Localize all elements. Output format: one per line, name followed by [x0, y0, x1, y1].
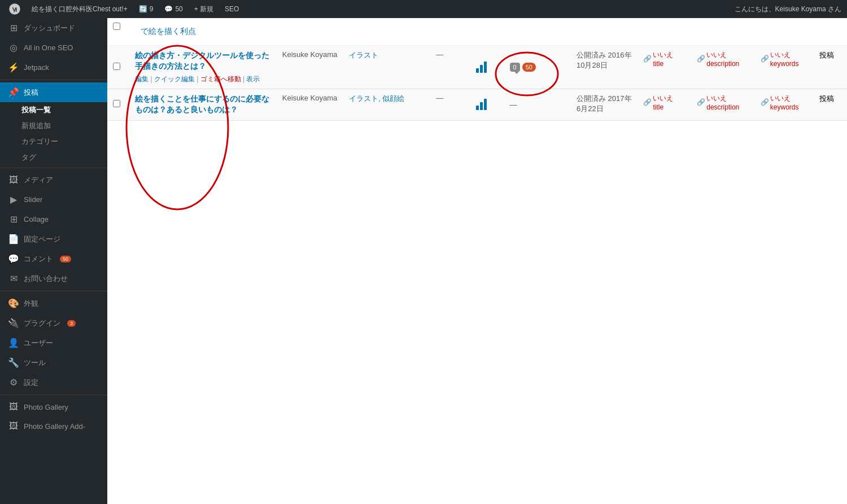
sidebar-item-tools[interactable]: 🔧 ツール	[0, 353, 107, 372]
sidebar-label-appearance: 外観	[24, 299, 38, 309]
collage-icon: ⊞	[8, 214, 19, 225]
row1-date: 公開済み 2016年10月28日	[577, 51, 632, 69]
sidebar-label-contact: お問い合わせ	[24, 274, 68, 284]
users-icon: 👤	[8, 338, 19, 348]
sidebar-item-posts[interactable]: 📌 投稿	[0, 82, 107, 102]
row2-seo-title[interactable]: 🔗 いいえ title	[643, 94, 686, 111]
sidebar-label-photo-gallery-addon: Photo Gallery Add-	[24, 422, 85, 431]
photo-gallery-icon: 🖼	[8, 402, 19, 412]
seo-title-icon: 🔗	[643, 55, 652, 63]
row2-checkbox[interactable]	[113, 100, 120, 107]
posts-table: で絵を描く利点 絵の描き方・デジタルツールを使った手描きの方法とは？	[107, 18, 847, 121]
row2-tags: —	[436, 94, 443, 102]
comments-button[interactable]: 💬 50	[161, 5, 186, 13]
row1-comment-area: 0 50	[510, 63, 536, 72]
site-name-button[interactable]: 絵を描く口腔外科医Chest out!+	[28, 5, 131, 14]
sidebar-item-contact[interactable]: ✉ お問い合わせ	[0, 269, 107, 288]
row2-category[interactable]: イラスト, 似顔絵	[349, 94, 404, 103]
row1-category[interactable]: イラスト	[349, 51, 378, 59]
row1-seo-title[interactable]: 🔗 いいえ title	[643, 50, 686, 68]
sidebar-label-comments: コメント	[24, 254, 53, 264]
updates-button[interactable]: 🔄 9	[136, 5, 157, 13]
dashboard-icon: ⊞	[8, 23, 19, 33]
row2-stats-icon[interactable]	[476, 99, 498, 110]
row2-post-title[interactable]: 絵を描くことを仕事にするのに必要なものは？あると良いものは？	[135, 94, 271, 116]
sidebar-label-seo: All in One SEO	[24, 43, 73, 52]
main-content: で絵を描く利点 絵の描き方・デジタルツールを使った手描きの方法とは？	[107, 18, 847, 504]
row1-post-type: 投稿	[819, 51, 834, 59]
sidebar-label-plugins: プラグイン	[24, 318, 60, 328]
seo-button[interactable]: SEO	[221, 5, 242, 13]
sidebar-label-media: メディア	[24, 175, 53, 185]
photo-gallery-addon-icon: 🖼	[8, 421, 19, 431]
sidebar-item-pages[interactable]: 📄 固定ページ	[0, 229, 107, 249]
comments-icon: 💬	[164, 5, 173, 13]
tools-icon: 🔧	[8, 357, 19, 368]
sidebar-item-photo-gallery[interactable]: 🖼 Photo Gallery	[0, 397, 107, 417]
settings-icon: ⚙	[8, 377, 19, 388]
admin-menu: ⊞ ダッシュボード ◎ All in One SEO ⚡ Jetpack 📌 投…	[0, 18, 107, 504]
comments-menu-icon: 💬	[8, 253, 19, 264]
row1-seo-desc[interactable]: 🔗 いいえ description	[697, 50, 749, 68]
row2-seo-desc-icon: 🔗	[697, 98, 705, 106]
submenu-tags[interactable]: タグ	[0, 150, 107, 165]
sidebar-item-users[interactable]: 👤 ユーザー	[0, 333, 107, 353]
sidebar-label-collage: Collage	[24, 215, 49, 223]
partial-row-checkbox[interactable]	[113, 23, 120, 30]
sidebar-label-posts: 投稿	[24, 87, 38, 98]
row1-stats-icon[interactable]	[476, 62, 498, 73]
sidebar-label-jetpack: Jetpack	[24, 63, 49, 72]
submenu-categories[interactable]: カテゴリー	[0, 134, 107, 150]
new-content-label: + 新規	[194, 5, 213, 14]
pages-icon: 📄	[8, 234, 19, 244]
row2-seo-kw[interactable]: 🔗 いいえ keywords	[761, 94, 808, 111]
user-greeting: こんにちは、Keisuke Koyama さん	[735, 5, 841, 14]
sidebar-item-collage[interactable]: ⊞ Collage	[0, 209, 107, 229]
submenu-all-posts[interactable]: 投稿一覧	[0, 102, 107, 118]
comments-badge: 50	[60, 256, 71, 262]
sidebar-item-slider[interactable]: ▶ Slider	[0, 190, 107, 209]
row2-seo-title-icon: 🔗	[643, 98, 652, 106]
slider-icon: ▶	[8, 194, 19, 205]
sidebar-label-tools: ツール	[24, 358, 46, 368]
table-row: 絵を描くことを仕事にするのに必要なものは？あると良いものは？ Keisuke K…	[107, 89, 847, 120]
admin-bar: 絵を描く口腔外科医Chest out!+ 🔄 9 💬 50 + 新規 SEO こ…	[0, 0, 847, 18]
row1-tags: —	[436, 50, 443, 59]
media-icon: 🖼	[8, 175, 19, 185]
sidebar-label-dashboard: ダッシュボード	[24, 23, 75, 33]
posts-icon: 📌	[8, 87, 19, 98]
sidebar-item-comments[interactable]: 💬 コメント 50	[0, 249, 107, 269]
sidebar-item-settings[interactable]: ⚙ 設定	[0, 372, 107, 392]
row1-approved-comments[interactable]: 50	[522, 63, 536, 72]
new-content-button[interactable]: + 新規	[191, 5, 217, 14]
sidebar-item-dashboard[interactable]: ⊞ ダッシュボード	[0, 18, 107, 38]
submenu-label-add-new: 新規追加	[21, 121, 51, 131]
sidebar-label-settings: 設定	[24, 378, 38, 388]
seo-desc-icon: 🔗	[697, 55, 705, 63]
row1-edit-link[interactable]: 編集	[135, 75, 149, 83]
partial-post-title-link[interactable]: で絵を描く利点	[141, 27, 196, 36]
row1-checkbox[interactable]	[113, 63, 120, 70]
sidebar-item-appearance[interactable]: 🎨 外観	[0, 293, 107, 313]
plugins-badge: 3	[67, 320, 76, 327]
sidebar-item-media[interactable]: 🖼 メディア	[0, 170, 107, 190]
sidebar-item-jetpack[interactable]: ⚡ Jetpack	[0, 58, 107, 77]
row2-seo-desc[interactable]: 🔗 いいえ description	[697, 94, 749, 111]
seo-label: SEO	[225, 5, 239, 13]
row1-trash-link[interactable]: ゴミ箱へ移動	[200, 75, 241, 83]
sidebar-item-photo-gallery-addon[interactable]: 🖼 Photo Gallery Add-	[0, 417, 107, 436]
updates-count: 9	[150, 5, 154, 13]
row1-view-link[interactable]: 表示	[246, 75, 260, 83]
partial-title: で絵を描く利点	[135, 23, 808, 41]
sidebar-item-all-in-one-seo[interactable]: ◎ All in One SEO	[0, 38, 107, 58]
sidebar-item-plugins[interactable]: 🔌 プラグイン 3	[0, 313, 107, 333]
wp-logo-button[interactable]	[6, 3, 24, 15]
row1-pending-comments[interactable]: 0	[510, 63, 520, 72]
row1-seo-kw[interactable]: 🔗 いいえ keywords	[761, 50, 808, 68]
row2-date: 公開済み 2017年6月22日	[577, 94, 632, 113]
row1-quick-edit-link[interactable]: クイック編集	[154, 75, 195, 83]
submenu-label-all-posts: 投稿一覧	[21, 105, 51, 115]
updates-icon: 🔄	[139, 5, 147, 13]
row1-post-title[interactable]: 絵の描き方・デジタルツールを使った手描きの方法とは？	[135, 50, 271, 72]
submenu-add-new[interactable]: 新規追加	[0, 118, 107, 134]
